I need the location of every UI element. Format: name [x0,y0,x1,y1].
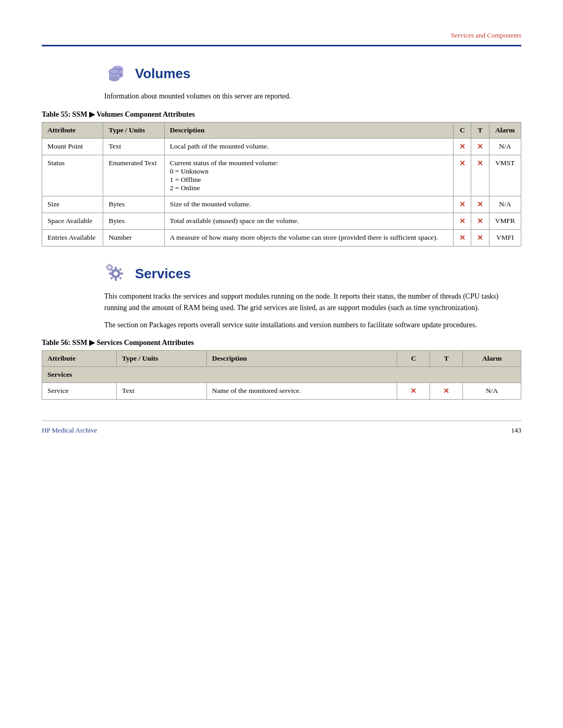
cell-c: ✕ [454,196,471,213]
services-table: Attribute Type / Units Description C T A… [42,350,521,400]
cell-attribute: Service [42,383,117,400]
svg-rect-16 [119,277,122,280]
cell-t: ✕ [471,213,489,230]
cell-c: ✕ [454,139,471,155]
svc-col-t: T [430,351,463,367]
cell-c: ✕ [454,213,471,230]
services-header: Services [104,262,521,286]
cell-type: Bytes [103,196,164,213]
cell-t: ✕ [471,139,489,155]
cell-alarm: VMFR [489,213,521,230]
table-subheader: Services [42,367,521,383]
volumes-header: Volumes [104,62,521,85]
svg-rect-20 [109,269,111,272]
services-section: Services This component tracks the servi… [42,262,521,400]
cell-alarm: VMST [489,155,521,196]
table-row: Size Bytes Size of the mounted volume. ✕… [42,196,521,213]
footer-page-number: 143 [511,426,522,435]
col-type: Type / Units [103,122,164,139]
cell-description: Current status of the mounted volume:0 =… [164,155,453,196]
cell-description: A measure of how many more objects the v… [164,230,453,246]
col-c: C [454,122,471,139]
cell-c: ✕ [454,230,471,246]
cell-description: Total available (unused) space on the vo… [164,213,453,230]
cell-t: ✕ [471,196,489,213]
svg-rect-22 [112,267,114,268]
cell-description: Name of the monitored service. [206,383,397,400]
cell-attribute: Size [42,196,103,213]
svc-col-description: Description [206,351,397,367]
header-breadcrumb: Services and Components [42,31,521,40]
cell-c: ✕ [397,383,430,400]
footer: HP Medical Archive 143 [42,426,521,435]
services-desc-2: The section on Packages reports overall … [104,319,521,331]
services-title: Services [135,266,191,282]
svg-rect-10 [115,278,117,281]
svc-col-c: C [397,351,430,367]
svg-rect-19 [109,264,111,266]
svg-rect-11 [109,273,112,275]
volumes-section: Volumes Information about mounted volume… [42,62,521,246]
col-alarm: Alarm [489,122,521,139]
table-row: Service Text Name of the monitored servi… [42,383,521,400]
volumes-description: Information about mounted volumes on thi… [104,91,521,102]
cell-description: Size of the mounted volume. [164,196,453,213]
svg-rect-9 [115,267,117,269]
svg-rect-21 [106,267,108,268]
subheader-label: Services [42,367,521,383]
volumes-table: Attribute Type / Units Description C T A… [42,122,521,246]
services-desc-1: This component tracks the services and s… [104,291,521,314]
table-row: Space Available Bytes Total available (u… [42,213,521,230]
table-row: Status Enumerated Text Current status of… [42,155,521,196]
volumes-title: Volumes [135,66,190,82]
col-attribute: Attribute [42,122,103,139]
services-descriptions: This component tracks the services and s… [104,291,521,331]
table-row: Entries Available Number A measure of ho… [42,230,521,246]
footer-left: HP Medical Archive [42,426,97,435]
page: Services and Components Volumes Informat… [0,0,563,476]
col-t: T [471,122,489,139]
cell-type: Text [117,383,207,400]
services-table-header: Attribute Type / Units Description C T A… [42,351,521,367]
cell-alarm: N/A [489,139,521,155]
volumes-table-caption: Table 55: SSM ▶ Volumes Component Attrib… [42,110,521,119]
cell-t: ✕ [471,155,489,196]
bottom-rule [42,421,521,421]
cell-alarm: N/A [463,383,521,400]
cell-attribute: Mount Point [42,139,103,155]
svc-col-alarm: Alarm [463,351,521,367]
svg-point-18 [108,266,111,269]
svg-rect-14 [119,268,122,271]
cell-c: ✕ [454,155,471,196]
cell-description: Local path of the mounted volume. [164,139,453,155]
cell-type: Bytes [103,213,164,230]
table-row: Mount Point Text Local path of the mount… [42,139,521,155]
services-icon [104,262,128,286]
cell-type: Text [103,139,164,155]
svc-col-attribute: Attribute [42,351,117,367]
cell-t: ✕ [471,230,489,246]
svg-point-5 [109,76,119,81]
svg-rect-12 [120,273,123,275]
svc-col-type: Type / Units [117,351,207,367]
volumes-table-header: Attribute Type / Units Description C T A… [42,122,521,139]
services-table-caption: Table 56: SSM ▶ Services Component Attri… [42,338,521,347]
cell-attribute: Entries Available [42,230,103,246]
cell-type: Enumerated Text [103,155,164,196]
cell-attribute: Status [42,155,103,196]
svg-point-8 [114,272,118,276]
col-description: Description [164,122,453,139]
cell-t: ✕ [430,383,463,400]
cell-attribute: Space Available [42,213,103,230]
top-rule [42,45,521,46]
cell-type: Number [103,230,164,246]
volumes-icon [104,62,128,85]
svg-rect-15 [110,277,113,280]
cell-alarm: VMFI [489,230,521,246]
cell-alarm: N/A [489,196,521,213]
